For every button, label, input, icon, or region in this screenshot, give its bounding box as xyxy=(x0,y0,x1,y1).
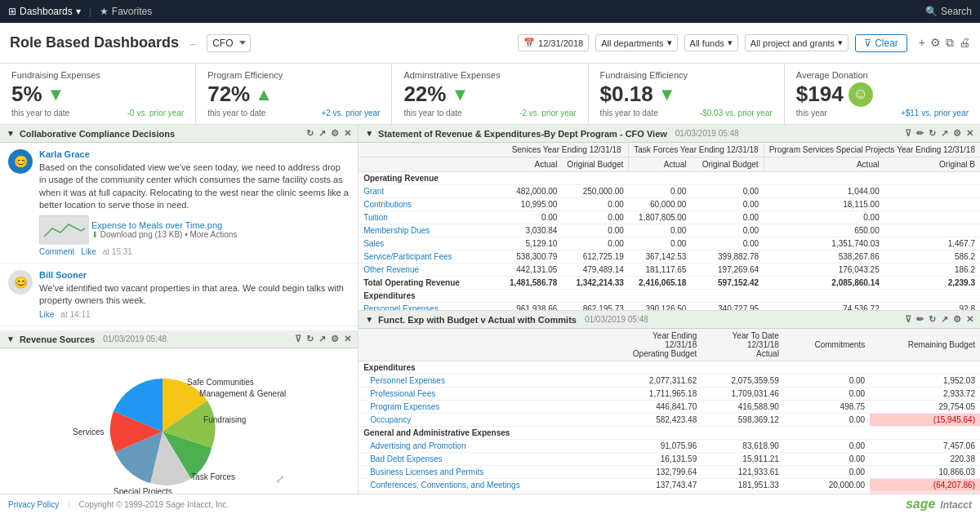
nav-dashboards-label: Dashboards xyxy=(20,6,73,17)
row-cell: 2,075,359.59 xyxy=(702,374,784,388)
kpi-label-3: Fundraising Efficiency xyxy=(600,70,773,80)
close-icon[interactable]: ✕ xyxy=(344,334,351,344)
row-cell: 416,588.90 xyxy=(702,401,784,414)
close-icon[interactable]: ✕ xyxy=(966,314,973,325)
list-item: 😊 Bill Sooner We've identified two vacan… xyxy=(0,264,358,327)
footer: Privacy Policy | Copyright © 1999-2019 S… xyxy=(0,494,980,514)
total-label: Total Operating Revenue xyxy=(359,277,505,290)
dept-filter[interactable]: All departments ▾ xyxy=(595,34,677,51)
row-label[interactable]: Occupancy xyxy=(359,414,596,427)
row-label[interactable]: Advertising and Promotion xyxy=(359,440,596,453)
row-cell: 0.00 xyxy=(629,185,692,198)
settings-icon[interactable]: ⚙ xyxy=(930,36,941,50)
close-icon[interactable]: ✕ xyxy=(966,128,973,139)
refresh-icon[interactable]: ↻ xyxy=(306,334,314,344)
pie-chart-container: Safe Communities Management & General Fu… xyxy=(73,366,285,497)
like-action[interactable]: Like xyxy=(81,247,96,256)
collab-name-1[interactable]: Bill Sooner xyxy=(39,270,350,280)
row-label[interactable]: Program Expenses xyxy=(359,401,596,414)
refresh-icon[interactable]: ↻ xyxy=(306,128,314,139)
date-filter[interactable]: 📅 12/31/2018 xyxy=(518,34,589,51)
row-label[interactable]: Service/Participant Fees xyxy=(359,250,505,264)
collapse-icon[interactable]: ▼ xyxy=(7,335,15,343)
row-cell: 1,044.00 xyxy=(764,185,884,198)
row-cell: 0.00 xyxy=(764,211,884,224)
row-cell: 367,142.53 xyxy=(629,250,692,264)
row-cell: 1,351,740.03 xyxy=(764,237,884,250)
row-cell: 0.00 xyxy=(562,224,628,237)
refresh-icon[interactable]: ↻ xyxy=(929,128,936,139)
projects-filter[interactable]: All project and grants ▾ xyxy=(745,34,849,51)
collapse-icon[interactable]: ▼ xyxy=(7,129,15,138)
table-row: Personnel Expenses961,938.66862,195.7339… xyxy=(359,303,980,311)
row-label[interactable]: Sales xyxy=(359,237,505,250)
gear-icon[interactable]: ⚙ xyxy=(953,314,961,325)
external-link-icon[interactable]: ↗ xyxy=(941,128,948,139)
nav-dashboards[interactable]: ⊞ Dashboards ▾ xyxy=(8,6,81,17)
refresh-icon[interactable]: ↻ xyxy=(929,314,936,325)
gear-icon[interactable]: ⚙ xyxy=(331,334,339,344)
edit-icon[interactable]: ✏ xyxy=(916,128,924,139)
funct-col-header-label xyxy=(359,329,596,361)
search-icon: 🔍 xyxy=(925,6,938,17)
collab-name-0[interactable]: Karla Grace xyxy=(39,149,350,159)
external-link-icon[interactable]: ↗ xyxy=(318,128,326,139)
row-label[interactable]: Other Revenue xyxy=(359,264,505,277)
chevron-down-icon: ▾ xyxy=(667,38,672,48)
collapse-icon[interactable]: ▼ xyxy=(365,129,373,138)
nav-favorites[interactable]: ★ Favorites xyxy=(100,6,152,17)
like-action[interactable]: Like xyxy=(39,310,54,319)
copy-icon[interactable]: ⧉ xyxy=(946,36,954,50)
chevron-down-icon: ▾ xyxy=(76,6,81,17)
privacy-link[interactable]: Privacy Policy xyxy=(8,500,59,509)
collab-text-0: Based on the consolidated view we've see… xyxy=(39,162,350,212)
row-cell: 92.8 xyxy=(884,303,980,311)
kpi-value-2: 22% xyxy=(403,82,446,107)
row-cell: 340,727.95 xyxy=(691,303,764,311)
print-icon[interactable]: 🖨 xyxy=(959,36,970,50)
page-title: Role Based Dashboards xyxy=(10,34,179,51)
collab-actions-1: Like at 14:11 xyxy=(39,310,350,319)
row-label[interactable]: Grant xyxy=(359,185,505,198)
row-label[interactable]: Membership Dues xyxy=(359,224,505,237)
funds-filter[interactable]: All funds ▾ xyxy=(684,34,738,51)
row-cell: 650.00 xyxy=(764,224,884,237)
row-label[interactable]: Tuition xyxy=(359,211,505,224)
row-cell: 0.00 xyxy=(784,374,870,388)
row-label[interactable]: Conferences, Conventions, and Meetings xyxy=(359,479,596,492)
attachment-link[interactable]: Expense to Meals over Time.png xyxy=(91,220,237,230)
filter-icon[interactable]: ⊽ xyxy=(905,314,911,325)
filter-icon[interactable]: ⊽ xyxy=(295,334,301,344)
row-label[interactable]: Personnel Expenses xyxy=(359,374,596,388)
nav-search[interactable]: 🔍 Search xyxy=(925,6,972,17)
funct-col-header-actual: Year To Date12/31/18Actual xyxy=(702,329,784,361)
comment-action[interactable]: Comment xyxy=(39,247,74,256)
funds-value: All funds xyxy=(690,38,724,48)
table-row: Other Revenue442,131.05479,489.14181,117… xyxy=(359,264,980,277)
filter-icon[interactable]: ⊽ xyxy=(905,128,911,139)
row-cell: 2,933.72 xyxy=(870,388,980,401)
row-cell: 18,115.00 xyxy=(764,198,884,211)
row-label[interactable]: Professional Fees xyxy=(359,388,596,401)
funct-header: ▼ Funct. Exp with Budget v Actual with C… xyxy=(359,311,980,329)
row-label[interactable]: Personnel Expenses xyxy=(359,303,505,311)
external-link-icon[interactable]: ↗ xyxy=(318,334,326,344)
collapse-icon[interactable]: ▼ xyxy=(365,315,373,324)
expand-icon[interactable]: ⤢ xyxy=(275,472,285,485)
add-icon[interactable]: + xyxy=(919,36,925,50)
close-icon[interactable]: ✕ xyxy=(344,128,351,139)
gear-icon[interactable]: ⚙ xyxy=(953,128,961,139)
edit-icon[interactable]: ✏ xyxy=(916,314,924,325)
row-label[interactable]: Business Licenses and Permits xyxy=(359,466,596,479)
title-separator: – xyxy=(190,38,195,48)
row-label[interactable]: Bad Debt Expenses xyxy=(359,453,596,466)
main-content: ▼ Collaborative Compliance Decisions ↻ ↗… xyxy=(0,125,980,514)
role-select[interactable]: CFO xyxy=(207,34,251,52)
revenue-section: ▼ Revenue Sources 01/03/2019 05:48 ⊽ ↻ ↗… xyxy=(0,330,358,514)
clear-button[interactable]: ⊽ Clear xyxy=(855,34,907,52)
gear-icon[interactable]: ⚙ xyxy=(331,128,339,139)
kpi-change-4: +$11 vs. prior year xyxy=(901,109,969,117)
row-cell: 0.00 xyxy=(691,211,764,224)
external-link-icon[interactable]: ↗ xyxy=(941,314,948,325)
row-label[interactable]: Contributions xyxy=(359,198,505,211)
